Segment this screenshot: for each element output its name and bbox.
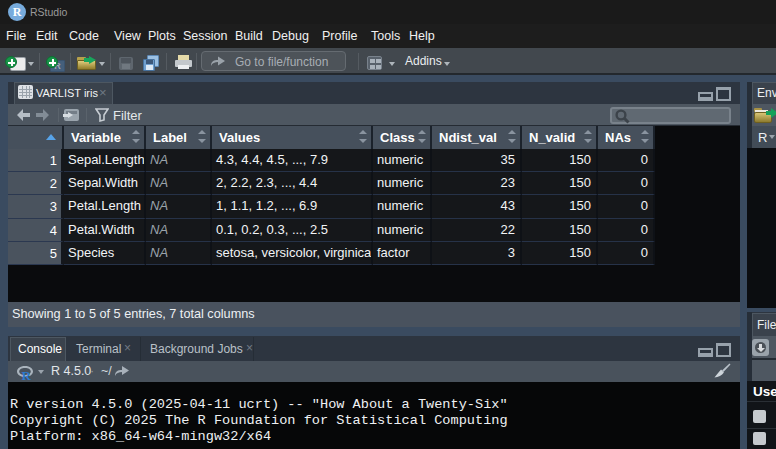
svg-text:R: R xyxy=(22,368,32,381)
